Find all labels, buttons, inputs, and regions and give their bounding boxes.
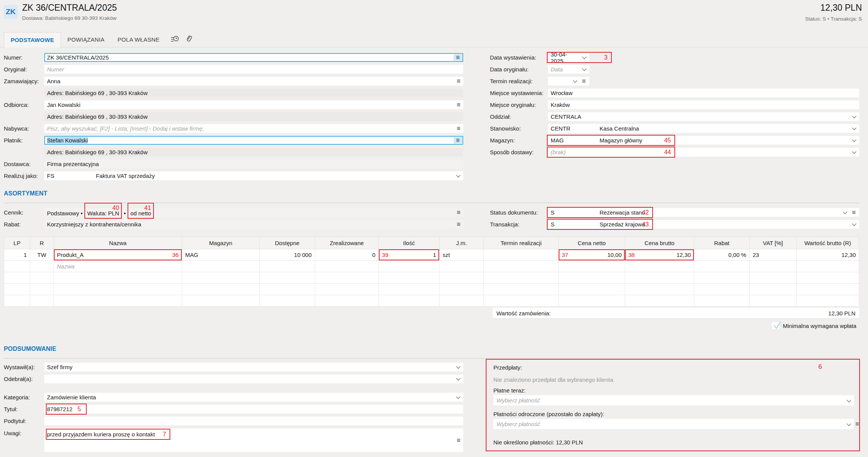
cell-empty[interactable] — [4, 261, 30, 272]
menu-icon[interactable]: ≡ — [454, 101, 463, 109]
uwagi-textarea[interactable]: przed przyjazdem kuriera proszę o kontak… — [44, 428, 463, 452]
sposob-dostawy-select[interactable]: (brak) 44 — [548, 148, 859, 157]
cell-empty[interactable] — [54, 295, 182, 307]
cell-empty[interactable] — [182, 272, 260, 284]
chevron-down-icon[interactable] — [456, 364, 460, 368]
cell-empty[interactable] — [379, 295, 440, 307]
data-wystawienia-select[interactable]: 30-04-2025 3 — [548, 53, 589, 62]
wystawil-select[interactable]: Szef firmy — [44, 363, 463, 371]
rabat-field[interactable]: Korzystniejszy z kontrahenta/cennika ≡ — [44, 220, 463, 229]
oddzial-select[interactable]: CENTRALA — [548, 112, 859, 121]
status-dokumentu-select[interactable]: S Rezerwacja stanu ≡ 42 — [548, 208, 859, 217]
cell-zrealizowane[interactable]: 0 — [315, 249, 379, 261]
cell-empty[interactable] — [559, 295, 625, 307]
tytul-input[interactable]: 87987212 5 — [44, 405, 463, 413]
cell-cena-brutto[interactable]: 12,3038 — [625, 249, 694, 261]
cell-empty[interactable] — [625, 261, 694, 272]
odroczone-select[interactable]: Wybierz płatność — [493, 419, 854, 429]
cell-empty[interactable] — [379, 272, 440, 284]
chevron-down-icon[interactable] — [456, 173, 460, 177]
cell-nazwa-placeholder[interactable]: Nazwa — [54, 261, 182, 272]
cell-wartosc-brutto[interactable]: 12,30 — [797, 249, 859, 261]
oryginal-input[interactable]: Numer — [44, 65, 463, 74]
cell-empty[interactable] — [694, 284, 750, 295]
magazyn-select[interactable]: MAG Magazyn główny 45 — [548, 136, 859, 145]
cell-empty[interactable] — [30, 284, 54, 295]
cell-empty[interactable] — [797, 272, 859, 284]
chevron-down-icon[interactable] — [573, 78, 577, 82]
cell-dostepne[interactable]: 10 000 — [260, 249, 315, 261]
cell-empty[interactable] — [182, 261, 260, 272]
cell-lp[interactable]: 1 — [4, 249, 30, 261]
chevron-down-icon[interactable] — [847, 398, 851, 402]
cell-empty[interactable] — [4, 284, 30, 295]
podtytul-input[interactable] — [44, 417, 463, 425]
cell-empty[interactable] — [30, 261, 54, 272]
menu-icon[interactable]: ≡ — [454, 220, 463, 228]
menu-icon[interactable]: ≡ — [855, 420, 859, 428]
cell-empty[interactable] — [315, 261, 379, 272]
cell-empty[interactable] — [797, 261, 859, 272]
cell-empty[interactable] — [30, 295, 54, 307]
chevron-down-icon[interactable] — [852, 221, 856, 226]
platne-teraz-select[interactable]: Wybierz płatność — [493, 395, 854, 405]
tab-pola-wlasne[interactable]: POLA WŁASNE — [111, 32, 166, 47]
odebral-select[interactable] — [44, 375, 463, 383]
chevron-down-icon[interactable] — [847, 421, 851, 426]
menu-icon[interactable]: ≡ — [454, 77, 463, 85]
minimalna-checkbox[interactable] — [771, 321, 780, 330]
chevron-down-icon[interactable] — [852, 137, 856, 142]
platnik-input[interactable]: Stefan Kowalski ≡ — [44, 136, 463, 145]
kategoria-select[interactable]: Zamówienie klienta — [44, 393, 463, 402]
menu-icon[interactable]: ≡ — [454, 208, 463, 216]
cennik-field[interactable]: Podstawowy•40Waluta: PLN•41od netto ≡ — [44, 208, 463, 217]
chevron-down-icon[interactable] — [582, 66, 586, 71]
cell-empty[interactable] — [260, 261, 315, 272]
chevron-down-icon[interactable] — [456, 376, 460, 380]
miejsce-oryginalu-input[interactable]: Kraków — [548, 100, 859, 109]
odbiorca-input[interactable]: Jan Kowalski ≡ — [44, 100, 463, 109]
cell-empty[interactable] — [559, 261, 625, 272]
cell-empty[interactable] — [440, 261, 484, 272]
cell-empty[interactable] — [559, 284, 625, 295]
cell-empty[interactable] — [625, 284, 694, 295]
cell-empty[interactable] — [750, 272, 797, 284]
transakcja-select[interactable]: S Sprzedaż krajowa 43 — [548, 220, 859, 229]
cell-empty[interactable] — [484, 295, 559, 307]
chevron-down-icon[interactable] — [852, 126, 856, 130]
cell-vat[interactable]: 23 — [750, 249, 797, 261]
cell-empty[interactable] — [694, 261, 750, 272]
miejsce-wystawienia-input[interactable]: Wrocław — [548, 89, 859, 97]
cell-empty[interactable] — [440, 272, 484, 284]
menu-icon[interactable]: ≡ — [454, 436, 463, 445]
cell-ilosc[interactable]: 139 — [379, 249, 440, 261]
history-icon[interactable] — [170, 34, 179, 45]
menu-icon[interactable]: ≡ — [454, 124, 463, 132]
attachment-icon[interactable] — [184, 34, 194, 45]
cell-empty[interactable] — [559, 272, 625, 284]
dostawca-field[interactable]: Firma prezentacyjna — [44, 160, 463, 168]
termin-realizacji-select[interactable]: ≡ — [548, 77, 589, 86]
cell-cena-netto[interactable]: 10,0037 — [559, 249, 625, 261]
zamawiajacy-input[interactable]: Anna ≡ — [44, 77, 463, 86]
cell-empty[interactable] — [315, 284, 379, 295]
menu-icon[interactable]: ≡ — [580, 77, 588, 85]
cell-empty[interactable] — [4, 295, 30, 307]
cell-magazyn[interactable]: MAG — [182, 249, 260, 261]
chevron-down-icon[interactable] — [456, 394, 460, 399]
cell-termin[interactable] — [484, 249, 559, 261]
stanowisko-select[interactable]: CENTR Kasa Centralna — [548, 124, 859, 133]
cell-empty[interactable] — [30, 272, 54, 284]
tab-podstawowe[interactable]: PODSTAWOWE — [4, 32, 61, 47]
numer-input[interactable]: ZK 36/CENTRALA/2025 ≡ — [44, 53, 463, 62]
cell-empty[interactable] — [379, 261, 440, 272]
menu-icon[interactable]: ≡ — [454, 137, 462, 144]
cell-empty[interactable] — [182, 284, 260, 295]
cell-empty[interactable] — [625, 295, 694, 307]
chevron-down-icon[interactable] — [582, 55, 586, 59]
cell-empty[interactable] — [315, 295, 379, 307]
cell-nazwa[interactable]: Produkt_A36 — [54, 249, 182, 261]
cell-jm[interactable]: szt — [440, 249, 484, 261]
cell-empty[interactable] — [484, 272, 559, 284]
cell-empty[interactable] — [484, 284, 559, 295]
